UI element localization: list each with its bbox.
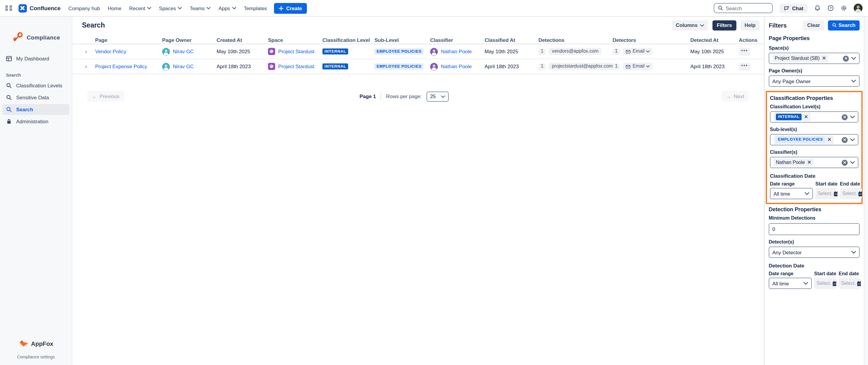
column-header-classification-level[interactable]: Classification Level — [322, 37, 374, 43]
classification-level-chip: INTERNAL✕ — [773, 113, 811, 121]
space-avatar — [268, 48, 275, 55]
nav-apps[interactable]: Apps — [218, 5, 236, 11]
column-header-page-owner[interactable]: Page Owner — [162, 37, 217, 43]
chevron-down-icon — [850, 138, 855, 141]
detection-date-range-select[interactable]: All time — [769, 278, 812, 289]
classifier-multiselect[interactable]: Nathan Poole✕ ✕ — [770, 157, 859, 168]
row-actions-button[interactable]: ••• — [739, 63, 750, 70]
detection-end-date-field[interactable]: Select. — [839, 278, 861, 289]
top-nav-items: Company hub Home Recent Spaces Teams App… — [68, 5, 267, 11]
chat-button[interactable]: Chat — [779, 3, 808, 13]
detection-value-chip: vendors@appfox.com — [549, 48, 601, 55]
user-avatar[interactable] — [854, 4, 863, 12]
column-header-created-at[interactable]: Created At — [217, 37, 268, 43]
classifier-link[interactable]: Nathan Poole — [441, 63, 472, 69]
notifications-icon[interactable] — [814, 5, 821, 11]
column-header-classifier[interactable]: Classifier — [430, 37, 485, 43]
detector-chip[interactable]: Email — [623, 48, 653, 55]
created-at-value: April 18th 2023 — [217, 63, 268, 69]
nav-home[interactable]: Home — [108, 5, 121, 11]
rows-per-page-select[interactable]: 25 — [427, 91, 448, 101]
column-header-sub-level[interactable]: Sub-Level — [374, 37, 430, 43]
previous-page-button[interactable]: ← Previous — [87, 91, 124, 102]
detector-select[interactable]: Any Detector — [769, 246, 860, 258]
page-link[interactable]: Project Expense Policy — [95, 63, 147, 69]
chat-icon — [784, 5, 789, 11]
classifier-link[interactable]: Nathan Poole — [441, 49, 472, 55]
start-date-label: Start date — [815, 181, 837, 187]
page-owner-link[interactable]: Nirav GC — [173, 49, 194, 55]
appfox-brand-name: AppFox — [31, 340, 53, 347]
remove-chip-icon[interactable]: ✕ — [827, 137, 831, 142]
remove-chip-icon[interactable]: ✕ — [822, 56, 826, 61]
search-icon — [832, 23, 837, 28]
spaces-multiselect[interactable]: Project Stardust (SB)✕ ✕ — [769, 53, 860, 64]
space-link[interactable]: Project Stardust — [278, 63, 314, 69]
help-icon[interactable]: ? — [827, 5, 834, 11]
help-button[interactable]: Help — [740, 20, 760, 30]
clear-select-icon[interactable]: ✕ — [842, 137, 848, 143]
column-header-detectors[interactable]: Detectors — [613, 37, 690, 43]
owner-avatar — [162, 63, 170, 70]
detector-chip[interactable]: Email — [623, 63, 653, 70]
apply-search-button[interactable]: Search — [828, 20, 860, 30]
nav-teams[interactable]: Teams — [190, 5, 211, 11]
create-button[interactable]: Create — [274, 3, 307, 13]
settings-icon[interactable] — [840, 5, 847, 11]
plus-icon — [279, 6, 284, 10]
filters-toggle-button[interactable]: Filters — [712, 20, 736, 30]
column-header-detected-at[interactable]: Detected At — [690, 37, 739, 43]
panel-scrollbar[interactable] — [864, 17, 868, 365]
sub-level-multiselect[interactable]: EMPLOYEE POLICIES✕ ✕ — [770, 134, 859, 145]
space-link[interactable]: Project Stardust — [278, 49, 314, 55]
row-expand-chevron-icon[interactable]: › — [85, 49, 87, 55]
detection-date-heading: Detection Date — [769, 263, 860, 269]
clear-select-icon[interactable]: ✕ — [842, 159, 848, 165]
minimum-detections-input[interactable] — [769, 223, 860, 235]
pagination: ← Previous Page 1 Rows per page: 25 → Ne… — [72, 91, 764, 103]
classification-end-date-field[interactable]: Select. — [840, 188, 862, 199]
page-link[interactable]: Vendor Policy — [95, 49, 126, 55]
nav-company-hub[interactable]: Company hub — [68, 5, 100, 11]
row-expand-chevron-icon[interactable]: › — [85, 63, 87, 69]
chevron-down-icon — [178, 7, 182, 9]
clear-select-icon[interactable]: ✕ — [842, 114, 848, 120]
search-input[interactable] — [725, 5, 769, 11]
columns-button[interactable]: Columns — [672, 20, 708, 30]
sidebar-item-my-dashboard[interactable]: My Dashboard — [2, 53, 69, 64]
column-header-classified-at[interactable]: Classified At — [485, 37, 538, 43]
compliance-sidebar: Compliance My Dashboard Search Classific… — [0, 17, 72, 365]
nav-templates[interactable]: Templates — [244, 5, 267, 11]
clear-select-icon[interactable]: ✕ — [843, 55, 849, 61]
detectors-count-badge: 1 — [613, 63, 620, 70]
page-owner-link[interactable]: Nirav GC — [173, 63, 194, 69]
column-header-detections[interactable]: Detections — [538, 37, 613, 43]
nav-recent[interactable]: Recent — [129, 5, 151, 11]
nav-spaces[interactable]: Spaces — [159, 5, 182, 11]
sidebar-item-administration[interactable]: Administration — [2, 116, 69, 127]
classification-level-multiselect[interactable]: INTERNAL✕ ✕ — [770, 111, 859, 123]
sidebar-item-sensitive-data[interactable]: Sensitive Data — [2, 92, 69, 103]
page-owner-select[interactable]: Any Page Owner — [769, 75, 860, 87]
confluence-logo[interactable] — [18, 4, 27, 12]
sidebar-item-classification-levels[interactable]: Classification Levels — [2, 80, 69, 91]
detection-start-date-field[interactable]: Select. — [814, 278, 836, 289]
sidebar-item-search[interactable]: Search — [2, 104, 69, 115]
classification-start-date-field[interactable]: Select. — [815, 188, 837, 199]
table-header-row: Page Page Owner Created At Space Classif… — [72, 36, 764, 44]
classification-date-range-select[interactable]: All time — [770, 188, 813, 199]
next-page-button[interactable]: → Next — [721, 91, 749, 102]
chevron-down-icon — [700, 24, 704, 27]
remove-chip-icon[interactable]: ✕ — [807, 160, 811, 165]
app-switcher-icon[interactable] — [5, 5, 12, 11]
classification-level-badge: INTERNAL — [322, 49, 348, 55]
remove-chip-icon[interactable]: ✕ — [804, 115, 808, 119]
clear-filters-button[interactable]: Clear — [803, 20, 824, 30]
row-actions-button[interactable]: ••• — [739, 48, 750, 55]
chevron-down-icon — [850, 161, 855, 164]
global-search-input[interactable] — [714, 3, 773, 13]
compliance-settings-link[interactable]: Compliance settings — [0, 355, 72, 359]
column-header-space[interactable]: Space — [268, 37, 322, 43]
page-owners-label: Page Owner(s) — [769, 68, 860, 73]
column-header-page[interactable]: Page — [95, 37, 162, 43]
